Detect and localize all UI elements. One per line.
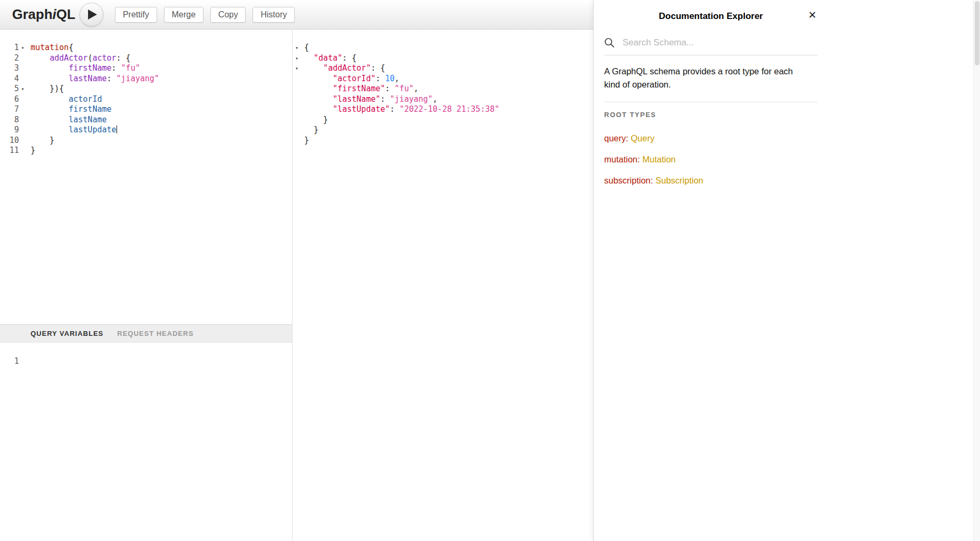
code-token: "firstName" [333, 84, 385, 93]
line-number: 4 [0, 74, 19, 84]
query-editor[interactable]: 1▾mutation{2 addActor(actor: {3 firstNam… [0, 30, 292, 324]
code-token: lastUpdate [69, 125, 116, 134]
code-token: "lastName" [333, 94, 380, 104]
code-line: 9 lastUpdate [0, 125, 292, 136]
fold-gutter [19, 125, 26, 136]
code-text: firstName [26, 104, 112, 115]
doc-explorer-body: A GraphQL schema provides a root type fo… [594, 55, 828, 187]
search-schema-input[interactable] [623, 37, 818, 48]
line-number: 11 [0, 146, 19, 156]
code-line: "lastUpdate": "2022-10-28 21:35:38" [293, 104, 593, 115]
code-token: , [395, 74, 400, 83]
page-scrollbar[interactable] [973, 0, 980, 541]
code-token: : [375, 74, 385, 83]
fold-gutter [19, 63, 26, 74]
code-token [304, 94, 333, 104]
code-token: "jiayang" [117, 74, 159, 83]
fold-gutter [19, 94, 26, 105]
code-line: 1▾mutation{ [0, 43, 292, 53]
code-token: firstName [69, 104, 111, 114]
toolbar-button-group: PrettifyMergeCopyHistory [115, 7, 302, 23]
code-text: mutation{ [26, 43, 73, 53]
code-line: 5▾ }){ [0, 84, 292, 94]
line-number: 1 [0, 356, 19, 367]
fold-gutter [293, 115, 304, 125]
fold-arrow-icon[interactable]: ▾ [293, 43, 304, 53]
fold-gutter [293, 94, 304, 105]
fold-gutter [19, 104, 26, 115]
fold-gutter [19, 115, 26, 125]
code-token [31, 74, 69, 83]
history-button[interactable]: History [253, 7, 295, 23]
code-token: , [414, 84, 419, 93]
code-text: } [304, 115, 328, 125]
code-text: }){ [26, 84, 64, 94]
fold-gutter [293, 125, 304, 136]
code-token: } [304, 115, 328, 124]
secondary-editor-title-bar: QUERY VARIABLESREQUEST HEADERS [0, 324, 292, 343]
topbar: GraphiQL PrettifyMergeCopyHistory [0, 0, 593, 30]
logo-part: Graph [12, 6, 53, 22]
tab-request-headers[interactable]: REQUEST HEADERS [117, 330, 193, 337]
code-token [31, 53, 50, 63]
close-icon[interactable]: ✕ [808, 10, 817, 20]
code-text: addActor(actor: { [26, 53, 131, 64]
code-line: } [293, 115, 593, 125]
code-token [304, 84, 333, 93]
code-token: "lastUpdate" [333, 104, 390, 114]
execute-query-button[interactable] [80, 3, 103, 26]
code-token: } [31, 146, 35, 155]
fold-arrow-icon[interactable]: ▾ [293, 63, 304, 74]
code-token: lastName [69, 74, 106, 83]
code-line: 4 lastName: "jiayang" [0, 74, 292, 84]
code-line: } [293, 125, 593, 136]
code-text: "lastName": "jiayang", [304, 94, 438, 105]
code-token: , [433, 94, 438, 104]
fold-arrow-icon[interactable]: ▾ [19, 84, 26, 94]
code-token: : [385, 84, 395, 93]
code-text: } [26, 136, 54, 146]
fold-arrow-icon[interactable]: ▾ [19, 43, 26, 53]
code-token: } [304, 136, 309, 145]
copy-button[interactable]: Copy [210, 7, 246, 23]
code-token: }){ [31, 84, 64, 93]
type-link-query[interactable]: Query [630, 133, 654, 143]
code-text: "data": { [304, 53, 356, 64]
code-token: actor [92, 53, 116, 63]
code-line: ▾{ [293, 43, 593, 53]
code-token: : [112, 63, 121, 73]
code-token: "actorId" [333, 74, 375, 83]
code-token: : { [371, 63, 385, 73]
fold-gutter [293, 74, 304, 84]
fold-gutter [293, 104, 304, 115]
logo-part-italic: i [53, 6, 56, 22]
code-text: lastUpdate [26, 125, 117, 136]
line-number: 8 [0, 115, 19, 125]
line-number: 6 [0, 94, 19, 105]
editors-row: 1▾mutation{2 addActor(actor: {3 firstNam… [0, 30, 593, 541]
code-text: actorId [26, 94, 102, 105]
code-line: 6 actorId [0, 94, 292, 105]
line-number: 5 [0, 84, 19, 94]
prettify-button[interactable]: Prettify [115, 7, 157, 23]
result-viewer[interactable]: ▾{▾ "data": {▾ "addActor": { "actorId": … [293, 30, 593, 541]
type-link-subscription[interactable]: Subscription [655, 176, 703, 185]
scrollbar-thumb[interactable] [975, 1, 979, 65]
code-text: firstName: "fu" [26, 63, 140, 74]
code-token: "addActor" [323, 63, 371, 73]
merge-button[interactable]: Merge [164, 7, 203, 23]
code-text: } [304, 125, 318, 136]
fold-arrow-icon[interactable]: ▾ [293, 53, 304, 64]
query-variables-editor[interactable]: 1 [0, 343, 292, 541]
tab-query-variables[interactable]: QUERY VARIABLES [31, 330, 103, 337]
code-text: } [304, 136, 309, 146]
code-token: lastName [69, 115, 106, 124]
code-line: ▾ "data": { [293, 53, 593, 64]
code-token [31, 115, 69, 124]
code-token: mutation [31, 43, 69, 52]
main-column: GraphiQL PrettifyMergeCopyHistory 1▾muta… [0, 0, 593, 541]
fold-gutter [293, 136, 304, 146]
code-token [304, 104, 333, 114]
code-token: : { [117, 53, 131, 63]
type-link-mutation[interactable]: Mutation [642, 154, 675, 164]
